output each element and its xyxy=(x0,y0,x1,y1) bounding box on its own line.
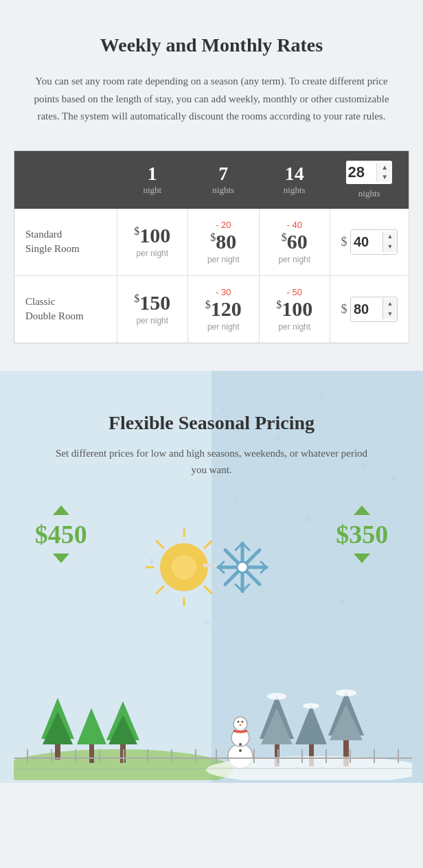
classic-custom-spinner: ▲ ▼ xyxy=(350,297,398,322)
seasonal-section: ❄ ❄ ❄ ❄ ❄ ❄ ❄ ❄ ❄ ❄ ❄ ❄ ❄ ❄ Flexible Sea… xyxy=(0,371,423,783)
classic-discount-14: - 50 xyxy=(265,287,325,297)
standard-price-7-value: $80 xyxy=(210,230,236,253)
svg-point-22 xyxy=(172,555,196,580)
rates-section: Weekly and Monthly Rates You can set any… xyxy=(0,0,423,371)
svg-line-7 xyxy=(157,586,163,593)
standard-custom-input[interactable] xyxy=(351,230,382,254)
table-body: StandardSingle Room $100 per night - 20 … xyxy=(14,209,409,343)
standard-price-7: - 20 $80 per night xyxy=(188,209,260,276)
standard-discount-14: - 40 xyxy=(265,220,325,230)
classic-price-1-value: $150 xyxy=(134,291,170,314)
classic-custom-price-cell: $ ▲ ▼ xyxy=(336,297,403,322)
classic-per-night-1: per night xyxy=(123,316,183,326)
standard-per-night-7: per night xyxy=(194,255,253,264)
svg-line-4 xyxy=(205,541,212,548)
seasonal-title: Flexible Seasonal Pricing xyxy=(14,412,409,434)
landscape-svg xyxy=(14,643,412,780)
classic-price-up-button[interactable]: ▲ xyxy=(383,299,398,309)
classic-price-7-value: $120 xyxy=(205,297,242,320)
svg-line-6 xyxy=(205,586,212,593)
nights-down-button[interactable]: ▼ xyxy=(377,172,392,182)
winter-price-down-arrow[interactable] xyxy=(354,553,370,563)
col-custom-label: nights xyxy=(358,188,380,199)
standard-price-1: $100 per night xyxy=(117,209,188,276)
svg-point-44 xyxy=(238,720,240,722)
col-14-label: nights xyxy=(264,185,325,196)
col-14-number: 14 xyxy=(264,164,325,183)
svg-line-5 xyxy=(157,541,163,548)
svg-marker-53 xyxy=(295,705,327,744)
nights-spinner: ▲ ▼ xyxy=(376,163,392,182)
standard-custom-spinner: ▲ ▼ xyxy=(350,229,398,255)
standard-price-14: - 40 $60 per night xyxy=(259,209,330,276)
svg-point-70 xyxy=(336,689,356,696)
rates-description: You can set any room rate depending on a… xyxy=(33,73,390,126)
col-1-header: 1 night xyxy=(117,150,188,209)
landscape-illustration xyxy=(14,643,409,783)
summer-price-down-arrow[interactable] xyxy=(53,553,69,563)
col-7-label: nights xyxy=(194,185,254,196)
col-custom-header: ▲ ▼ nights xyxy=(330,150,409,209)
custom-nights-input[interactable] xyxy=(346,161,376,184)
standard-dollar-sign: $ xyxy=(341,235,347,249)
classic-per-night-7: per night xyxy=(194,322,253,332)
winter-price-display: $350 xyxy=(336,519,388,549)
col-1-label: night xyxy=(122,185,183,196)
standard-price-14-value: $60 xyxy=(282,230,308,253)
standard-spinner-btns: ▲ ▼ xyxy=(382,231,398,252)
standard-price-custom: $ ▲ ▼ xyxy=(330,209,409,276)
svg-rect-8 xyxy=(203,564,217,567)
classic-dollar-sign: $ xyxy=(341,302,347,317)
col-14-header: 14 nights xyxy=(259,150,330,209)
svg-point-48 xyxy=(239,749,242,752)
classic-price-down-button[interactable]: ▼ xyxy=(383,309,398,319)
classic-spinner-btns: ▲ ▼ xyxy=(382,299,398,319)
classic-price-14-value: $100 xyxy=(276,297,312,320)
seasonal-illustration-svg xyxy=(129,505,294,629)
table-row: ClassicDouble Room $150 per night - 30 $… xyxy=(14,275,409,343)
svg-point-69 xyxy=(303,703,319,709)
standard-per-night-14: per night xyxy=(265,255,325,264)
room-name-cell: StandardSingle Room xyxy=(14,209,117,276)
winter-price-control: $350 xyxy=(336,505,388,563)
col-7-number: 7 xyxy=(194,164,254,183)
pricing-table: 1 night 7 nights 14 nights xyxy=(14,150,409,343)
table-row: StandardSingle Room $100 per night - 20 … xyxy=(14,209,409,276)
classic-double-room-label: ClassicDouble Room xyxy=(25,296,84,321)
seasonal-illustration xyxy=(129,505,294,629)
seasonal-content: Flexible Seasonal Pricing Set different … xyxy=(14,412,409,783)
seasonal-price-controls: $450 xyxy=(14,505,409,629)
summer-price-up-arrow[interactable] xyxy=(53,505,69,515)
classic-custom-input[interactable] xyxy=(351,297,382,321)
seasonal-description: Set different prices for low and high se… xyxy=(47,445,376,478)
col-room-header xyxy=(14,150,117,209)
standard-price-1-value: $100 xyxy=(134,224,170,247)
standard-price-down-button[interactable]: ▼ xyxy=(383,242,398,252)
summer-price-control: $450 xyxy=(35,505,87,563)
table-header-row: 1 night 7 nights 14 nights xyxy=(14,150,409,209)
standard-custom-price-cell: $ ▲ ▼ xyxy=(336,229,403,255)
svg-point-21 xyxy=(237,562,248,573)
col-1-number: 1 xyxy=(122,164,183,183)
classic-price-custom: $ ▲ ▼ xyxy=(330,275,409,343)
classic-discount-7: - 30 xyxy=(194,287,253,297)
svg-point-47 xyxy=(239,743,242,746)
room-name-cell: ClassicDouble Room xyxy=(14,275,117,343)
classic-per-night-14: per night xyxy=(265,322,325,332)
rates-title: Weekly and Monthly Rates xyxy=(14,34,409,56)
standard-price-up-button[interactable]: ▲ xyxy=(383,231,398,242)
standard-single-room-label: StandardSingle Room xyxy=(25,229,80,254)
svg-point-45 xyxy=(242,720,244,722)
custom-nights-wrapper: ▲ ▼ xyxy=(346,161,392,184)
classic-price-1: $150 per night xyxy=(117,275,188,343)
col-7-header: 7 nights xyxy=(188,150,260,209)
standard-discount-7: - 20 xyxy=(194,220,253,230)
summer-price-display: $450 xyxy=(35,519,87,549)
standard-per-night-1: per night xyxy=(123,249,183,258)
nights-up-button[interactable]: ▲ xyxy=(377,163,392,172)
classic-price-14: - 50 $100 per night xyxy=(259,275,330,343)
svg-point-68 xyxy=(267,693,286,700)
classic-price-7: - 30 $120 per night xyxy=(188,275,260,343)
svg-marker-28 xyxy=(77,708,106,744)
winter-price-up-arrow[interactable] xyxy=(354,505,370,515)
